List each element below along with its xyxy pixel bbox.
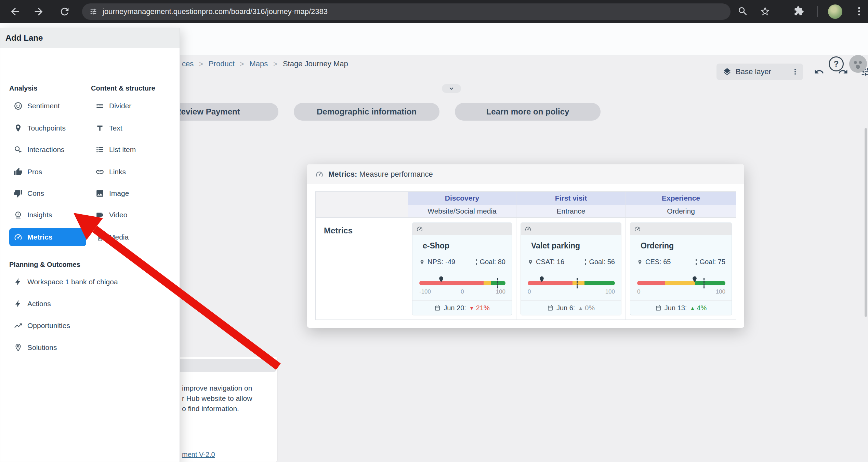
gauge-icon: [14, 233, 23, 242]
location-pin-icon: [14, 124, 23, 133]
base-layer-label: Base layer: [736, 67, 787, 76]
stage-pill-demographic-information[interactable]: Demographic information: [294, 103, 439, 121]
table-corner-cell: [316, 192, 408, 205]
breadcrumb-maps[interactable]: Maps: [249, 59, 268, 68]
value-marker-icon: [538, 275, 545, 283]
metric-cell: e-Shop NPS: -49 Goal: 80 -100 0 100: [408, 218, 516, 320]
partial-document-link[interactable]: ment V-2.0: [182, 451, 215, 459]
help-button[interactable]: ?: [829, 56, 844, 71]
touchpoint-cell: Website/Social media: [408, 205, 516, 218]
lane-item-pros[interactable]: Pros: [9, 163, 86, 181]
metric-card-header: [630, 223, 732, 235]
metric-footer: Jun 13: ▲4%: [630, 300, 732, 315]
lane-item-interactions[interactable]: Interactions: [9, 141, 86, 159]
browser-address-bar[interactable]: journeymanagement.questionpro.com/board/…: [82, 3, 731, 20]
stage-column-experience: Experience: [626, 192, 736, 205]
metrics-modal-header: Metrics: Measure performance: [307, 164, 744, 184]
site-info-icon[interactable]: [90, 8, 97, 15]
image-icon: [95, 189, 104, 198]
metric-stats: NPS: -49 Goal: 80: [419, 258, 505, 266]
lane-item-solutions[interactable]: Solutions: [9, 339, 167, 356]
user-avatar[interactable]: [849, 55, 867, 73]
breadcrumb-product[interactable]: Product: [209, 59, 235, 68]
lane-item-touchpoints[interactable]: Touchpoints: [9, 119, 86, 137]
lane-item-image[interactable]: Image: [91, 185, 176, 202]
breadcrumb-truncated[interactable]: ces: [182, 59, 194, 68]
vertical-scrollbar[interactable]: [865, 128, 867, 317]
metric-stats: CES: 65 Goal: 75: [637, 258, 725, 266]
value-marker-icon: [438, 275, 445, 283]
browser-extensions-icon[interactable]: [794, 6, 805, 17]
metric-card-header: [412, 223, 512, 235]
content-structure-heading: Content & structure: [91, 84, 155, 92]
breadcrumb-separator: >: [273, 60, 277, 68]
metric-card-header: [521, 223, 621, 235]
gauge-icon: [634, 226, 641, 232]
metric-gauge: [419, 281, 505, 285]
add-lane-panel: Add Lane Analysis Content & structure Se…: [0, 28, 180, 462]
stage-pill-learn-more-on-policy[interactable]: Learn more on policy: [455, 103, 601, 121]
marker-pin-icon: [419, 259, 425, 265]
collapse-chevron-button[interactable]: [442, 84, 461, 93]
browser-zoom-icon[interactable]: [737, 6, 749, 17]
lane-item-sentiment[interactable]: Sentiment: [9, 97, 86, 115]
chevron-down-icon: [448, 85, 455, 92]
undo-button[interactable]: [814, 67, 824, 77]
marker-pin-icon: [637, 259, 643, 265]
browser-menu-kebab-icon[interactable]: [854, 6, 865, 17]
metric-cell: Ordering CES: 65 Goal: 75 0 100: [626, 218, 736, 320]
trend-icon: ▲: [578, 305, 583, 311]
lane-item-video[interactable]: Video: [91, 206, 176, 224]
browser-forward-button[interactable]: [33, 6, 44, 17]
metric-card-ordering[interactable]: Ordering CES: 65 Goal: 75 0 100: [630, 222, 732, 315]
breadcrumb: ces > Product > Maps > Stage Journey Map: [182, 59, 348, 68]
paperclip-icon: [95, 233, 104, 242]
lane-item-cons[interactable]: Cons: [9, 185, 86, 202]
lane-item-links[interactable]: Links: [91, 163, 176, 181]
thumbs-down-icon: [14, 189, 23, 198]
lane-item-insights[interactable]: Insights: [9, 206, 86, 224]
base-layer-button[interactable]: Base layer: [716, 64, 803, 80]
metric-gauge: [637, 281, 725, 285]
divider-icon: [95, 101, 104, 110]
touchpoint-cell: Entrance: [516, 205, 626, 218]
calendar-icon: [547, 305, 553, 311]
layers-icon: [723, 67, 732, 76]
gauge-scale: -100 0 100: [419, 288, 505, 295]
smiley-icon: [14, 101, 23, 110]
browser-profile-avatar[interactable]: [828, 4, 842, 19]
trend-icon: ▼: [469, 305, 474, 311]
planning-outcomes-heading: Planning & Outcomes: [9, 261, 80, 269]
metrics-table: Discovery First visit Experience Website…: [315, 191, 736, 320]
gauge-scale: 0 100: [637, 288, 725, 295]
lane-item-opportunities[interactable]: Opportunities: [9, 317, 167, 335]
browser-back-button[interactable]: [9, 6, 21, 17]
goal-line: [703, 278, 705, 288]
metric-card-valet-parking[interactable]: Valet parking CSAT: 16 Goal: 56 0 100: [521, 222, 621, 315]
gauge-scale: 0 100: [528, 288, 615, 295]
lane-item-actions[interactable]: Actions: [9, 295, 167, 313]
metric-stats: CSAT: 16 Goal: 56: [528, 258, 615, 266]
click-icon: [14, 145, 23, 154]
base-layer-kebab-icon[interactable]: [791, 68, 799, 76]
metric-gauge: [528, 281, 615, 285]
partial-card-text: improve navigation on r Hub website to a…: [182, 383, 252, 414]
thumbs-up-icon: [14, 167, 23, 176]
link-icon: [95, 167, 104, 176]
url-text: journeymanagement.questionpro.com/board/…: [103, 7, 328, 16]
lane-item-divider[interactable]: Divider: [91, 97, 176, 115]
lane-item-media[interactable]: Media: [91, 228, 176, 246]
lane-item-text[interactable]: Text: [91, 119, 176, 137]
trend-icon: ▲: [690, 305, 695, 311]
lane-item-list-item[interactable]: List item: [91, 141, 176, 159]
text-icon: [95, 124, 104, 133]
browser-bookmark-star-icon[interactable]: [760, 6, 771, 17]
gauge-icon: [416, 226, 423, 232]
metrics-modal-title: Metrics: Measure performance: [328, 170, 433, 179]
lane-item-metrics[interactable]: Metrics: [9, 228, 86, 246]
list-icon: [95, 145, 104, 154]
lane-item-workspace[interactable]: Workspace 1 bank of chigoa: [9, 273, 167, 291]
browser-reload-button[interactable]: [59, 6, 70, 17]
goal-dash-icon: [585, 259, 586, 265]
metric-card-eshop[interactable]: e-Shop NPS: -49 Goal: 80 -100 0 100: [412, 222, 512, 315]
